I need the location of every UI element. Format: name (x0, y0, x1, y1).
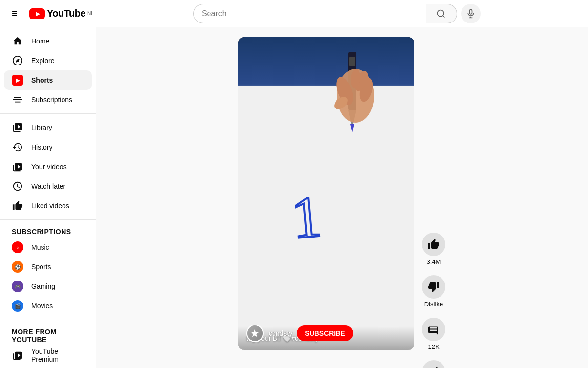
like-button[interactable] (422, 233, 445, 256)
comment-action[interactable]: 12K (422, 318, 445, 350)
youtube-logo-text: YouTube (47, 8, 85, 19)
more-section-title: MORE FROM YOUTUBE (0, 324, 96, 346)
dislike-label: Dislike (424, 301, 443, 308)
sidebar-item-subscriptions-label: Subscriptions (31, 96, 72, 104)
sidebar-item-shorts-label: Shorts (31, 76, 53, 84)
sidebar-item-history-label: History (31, 143, 53, 151)
shorts-container: ⋮ 1 (238, 37, 445, 358)
sidebar-item-library-label: Library (31, 124, 52, 131)
shorts-icon: ▶ (12, 75, 23, 86)
dislike-button[interactable] (422, 275, 445, 299)
search-button[interactable] (426, 4, 457, 23)
sports-avatar: ⚽ (12, 261, 23, 273)
hamburger-icon: ☰ (12, 10, 18, 17)
short-player[interactable]: 1 (238, 37, 414, 350)
subscribe-button[interactable]: SUBSCRIBE (297, 325, 353, 341)
share-button[interactable] (422, 360, 445, 368)
svg-marker-11 (350, 124, 354, 132)
history-icon (12, 142, 23, 152)
watch-later-icon (12, 181, 23, 192)
short-side-actions: 3.4M Dislike 12K Share (422, 37, 445, 368)
comment-button[interactable] (422, 318, 445, 341)
sidebar-item-gaming[interactable]: 🎮 Gaming (4, 277, 92, 296)
header: ☰ YouTubeNL (0, 0, 588, 27)
sidebar-item-explore[interactable]: Explore (4, 51, 92, 70)
channel-name: condsty (269, 329, 292, 337)
gaming-avatar: 🎮 (12, 281, 23, 292)
mic-button[interactable] (461, 4, 481, 23)
library-icon (12, 122, 23, 133)
menu-button[interactable]: ☰ (8, 6, 21, 21)
search-icon (436, 9, 446, 19)
liked-videos-icon (12, 200, 23, 211)
sidebar-item-sports-label: Sports (31, 263, 51, 271)
paper-line (238, 233, 414, 233)
sidebar-item-movies-label: Movies (31, 302, 53, 310)
sidebar-item-gaming-label: Gaming (31, 282, 55, 290)
youtube-country-badge: NL (87, 11, 94, 16)
channel-avatar (246, 325, 264, 342)
header-center (166, 4, 508, 23)
comment-count: 12K (428, 343, 439, 350)
movies-avatar: 🎬 (12, 300, 23, 312)
sidebar-item-history[interactable]: History (4, 137, 92, 157)
youtube-logo[interactable]: YouTubeNL (29, 8, 94, 19)
divider-3 (0, 320, 96, 320)
share-action[interactable]: Share (422, 360, 445, 368)
divider-1 (0, 113, 96, 114)
sidebar-item-liked-videos-label: Liked videos (31, 202, 69, 210)
sidebar-item-watch-later[interactable]: Watch later (4, 176, 92, 196)
short-player-wrap: ⋮ 1 (238, 37, 414, 368)
sidebar-item-music-label: Music (31, 243, 49, 251)
youtube-icon-red (29, 8, 45, 19)
home-icon (12, 36, 23, 46)
svg-point-0 (438, 10, 444, 16)
search-bar (193, 4, 457, 23)
short-video-content: 1 (238, 37, 414, 350)
dislike-action[interactable]: Dislike (422, 275, 445, 308)
music-avatar: ♪ (12, 241, 23, 253)
sidebar-item-your-videos-label: Your videos (31, 163, 67, 171)
sidebar-item-explore-label: Explore (31, 57, 54, 65)
search-input[interactable] (193, 4, 426, 23)
dislike-icon (428, 281, 440, 293)
svg-rect-2 (469, 9, 472, 14)
subscriptions-section-title: SUBSCRIPTIONS (0, 224, 96, 238)
svg-marker-6 (16, 59, 20, 63)
sidebar-item-watch-later-label: Watch later (31, 182, 65, 190)
sidebar-item-your-videos[interactable]: Your videos (4, 157, 92, 176)
sidebar-item-liked-videos[interactable]: Liked videos (4, 196, 92, 216)
sidebar-item-yt-premium[interactable]: YouTube Premium (4, 346, 92, 365)
svg-line-1 (443, 15, 445, 17)
sidebar-item-movies[interactable]: 🎬 Movies (4, 296, 92, 316)
like-icon (428, 238, 440, 250)
sidebar: Home Explore ▶ Shorts Subscriptions Libr… (0, 27, 96, 368)
sidebar-item-music[interactable]: ♪ Music (4, 238, 92, 257)
sidebar-item-yt-premium-label: YouTube Premium (31, 347, 84, 363)
hand-pen-illustration (307, 37, 404, 233)
sidebar-item-home-label: Home (31, 37, 49, 45)
subscriptions-icon (12, 94, 23, 105)
mic-icon (466, 9, 476, 19)
main-content: ⋮ 1 (96, 27, 588, 368)
share-icon (428, 366, 440, 368)
like-count: 3.4M (427, 258, 441, 265)
your-videos-icon (12, 161, 23, 172)
sidebar-item-home[interactable]: Home (4, 31, 92, 51)
yt-premium-icon (12, 350, 23, 361)
sidebar-item-sports[interactable]: ⚽ Sports (4, 257, 92, 277)
short-channel-row: condsty SUBSCRIBE (246, 325, 375, 342)
channel-avatar-inner (247, 325, 263, 341)
sidebar-item-library[interactable]: Library (4, 118, 92, 137)
header-left: ☰ YouTubeNL (8, 6, 94, 21)
svg-rect-9 (349, 57, 355, 66)
sidebar-item-yt-movies[interactable]: Movies (4, 365, 92, 368)
sidebar-item-subscriptions[interactable]: Subscriptions (4, 90, 92, 109)
sidebar-item-shorts[interactable]: ▶ Shorts (4, 70, 92, 90)
comment-icon (428, 324, 440, 335)
explore-icon (12, 55, 23, 66)
divider-2 (0, 219, 96, 220)
like-action[interactable]: 3.4M (422, 233, 445, 265)
